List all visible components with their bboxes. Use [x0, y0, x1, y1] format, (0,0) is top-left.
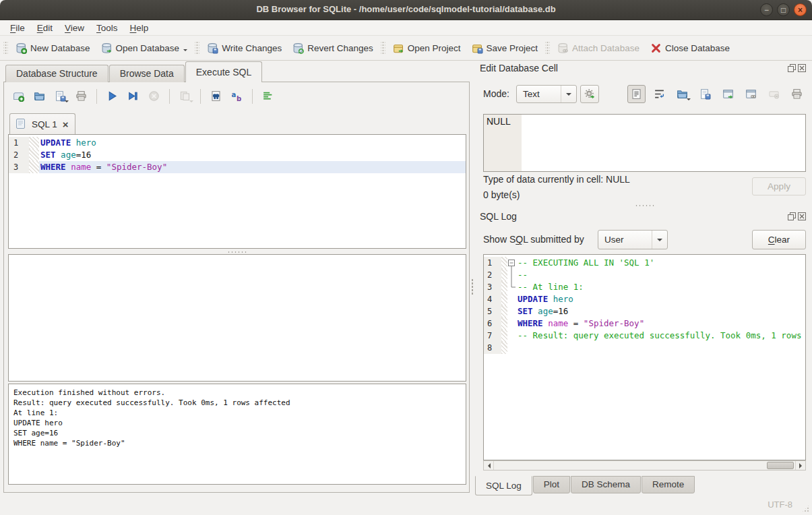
text-mode-button[interactable] [627, 85, 646, 103]
close-tab-icon[interactable]: × [63, 119, 69, 129]
find-replace-button[interactable] [207, 87, 225, 105]
dock-tab-remote[interactable]: Remote [642, 476, 695, 493]
code-line-4: 4UPDATE hero [484, 293, 805, 305]
menu-help[interactable]: Help [124, 22, 155, 34]
save-sql-file-button[interactable] [51, 87, 69, 105]
export-data-button[interactable] [696, 85, 714, 103]
code-text: UPDATE hero [516, 293, 805, 305]
resize-grip[interactable] [801, 504, 810, 513]
dock-float-icon[interactable] [788, 212, 796, 220]
code-text: -- At line 1: [516, 281, 805, 293]
sql-editor[interactable]: 1UPDATE hero2SET age=163WHERE name = "Sp… [8, 134, 466, 249]
dock-tab-plot[interactable]: Plot [533, 476, 570, 493]
tab-database-structure[interactable]: Database Structure [5, 65, 108, 82]
menu-file[interactable]: File [4, 22, 31, 34]
sql-editor-tab[interactable]: SQL 1 × [9, 113, 75, 134]
fold-margin [501, 342, 507, 354]
code-text: -- Result: query executed successfully. … [516, 330, 806, 342]
word-wrap-button[interactable] [650, 85, 668, 103]
execute-sql-panel: ab SQL 1 × 1UPDATE hero2SET age=163WHERE… [3, 82, 470, 493]
auto-apply-button[interactable] [580, 85, 599, 103]
tab-browse-data[interactable]: Browse Data [109, 65, 185, 82]
print-sql-button[interactable] [72, 87, 90, 105]
dock-float-icon[interactable] [788, 64, 796, 72]
code-line-6: 6WHERE name = "Spider-Boy" [484, 317, 805, 330]
open-project-button[interactable]: Open Project [387, 40, 466, 57]
db-new-icon [15, 42, 27, 54]
dock-close-icon[interactable] [798, 64, 806, 72]
main-tab-bar: Database StructureBrowse DataExecute SQL [5, 62, 263, 82]
line-number: 6 [484, 317, 501, 330]
new-database-button[interactable]: New Database [10, 40, 96, 57]
line-number: 4 [484, 293, 501, 305]
toolbar-separator [96, 89, 97, 104]
find-icon [210, 90, 222, 102]
toggle-autocompletion-button[interactable]: ab [228, 87, 246, 105]
open-in-external-app-button[interactable] [719, 85, 737, 103]
minimize-button[interactable]: − [760, 3, 773, 16]
menu-edit[interactable]: Edit [31, 22, 59, 34]
word-wrap-icon [654, 88, 665, 100]
fold-margin [501, 305, 507, 317]
scroll-left-icon[interactable] [484, 461, 494, 470]
set-null-button [765, 85, 783, 103]
format-sql-button[interactable] [259, 87, 277, 105]
chevron-down-icon [65, 100, 69, 104]
close-button[interactable]: × [794, 3, 807, 16]
open-sql-file-button[interactable] [30, 87, 49, 105]
splitter-cell-log[interactable] [483, 204, 806, 208]
edit-cell-dock-buttons [788, 64, 806, 72]
close-database-button[interactable]: Close Database [645, 40, 735, 57]
maximize-button[interactable]: □ [777, 3, 790, 16]
execute-line-icon [127, 90, 139, 102]
code-text: UPDATE hero [39, 137, 466, 149]
cell-value-editor[interactable]: NULL [483, 114, 806, 172]
import-data-button[interactable] [673, 85, 691, 103]
dock-tab-db-schema[interactable]: DB Schema [571, 476, 641, 493]
app-window: DB Browser for SQLite - /home/user/code/… [0, 0, 812, 515]
line-number: 1 [9, 137, 29, 149]
write-changes-button[interactable]: Write Changes [201, 40, 287, 57]
fold-margin [501, 330, 507, 342]
set-null-icon [768, 88, 780, 100]
menu-tools[interactable]: Tools [90, 22, 124, 34]
mode-select[interactable]: Text [516, 85, 577, 103]
messages-pane[interactable]: Execution finished without errors.Result… [8, 384, 466, 485]
menu-view[interactable]: View [59, 22, 90, 34]
edit-cell-toolbar [625, 84, 806, 104]
splitter-vertical[interactable] [470, 82, 475, 493]
dock-close-icon[interactable] [798, 212, 806, 220]
log-horizontal-scrollbar[interactable] [483, 460, 806, 471]
copy-data-link-button[interactable] [742, 85, 760, 103]
new-sql-tab-button[interactable] [9, 87, 28, 105]
sql-log-view[interactable]: 1-- EXECUTING ALL IN 'SQL 1'2--3-- At li… [483, 254, 806, 460]
tab-new-icon [13, 90, 24, 102]
scroll-right-icon[interactable] [795, 461, 805, 470]
clear-log-button[interactable]: Clear [752, 230, 806, 249]
results-pane[interactable] [8, 254, 466, 382]
code-line-2: 2SET age=16 [9, 149, 466, 161]
tab-execute-sql[interactable]: Execute SQL [185, 61, 263, 82]
revert-changes-button[interactable]: Revert Changes [287, 40, 379, 57]
print-cell-button[interactable] [788, 85, 806, 103]
code-line-5: 5SET age=16 [484, 305, 805, 317]
stop-execution-button [145, 87, 163, 105]
title-bar[interactable]: DB Browser for SQLite - /home/user/code/… [0, 0, 812, 20]
save-project-button[interactable]: Save Project [466, 40, 544, 57]
fold-marker[interactable] [507, 257, 516, 269]
log-filter-value: User [604, 235, 624, 245]
log-filter-select[interactable]: User [598, 230, 668, 249]
scrollbar-thumb[interactable] [767, 462, 794, 469]
line-number: 2 [9, 149, 29, 161]
fold-margin [29, 149, 39, 161]
code-text: -- [516, 269, 805, 281]
dock-tab-sql-log[interactable]: SQL Log [475, 476, 532, 495]
open-database-button[interactable]: Open Database [96, 40, 193, 57]
execute-all-button[interactable] [103, 87, 121, 105]
revert-changes-label: Revert Changes [307, 43, 373, 53]
execute-current-line-button[interactable] [124, 87, 142, 105]
line-number: 5 [484, 305, 501, 317]
fold-margin [501, 257, 507, 269]
apply-button[interactable]: Apply [752, 177, 806, 195]
stop-icon [148, 90, 160, 102]
